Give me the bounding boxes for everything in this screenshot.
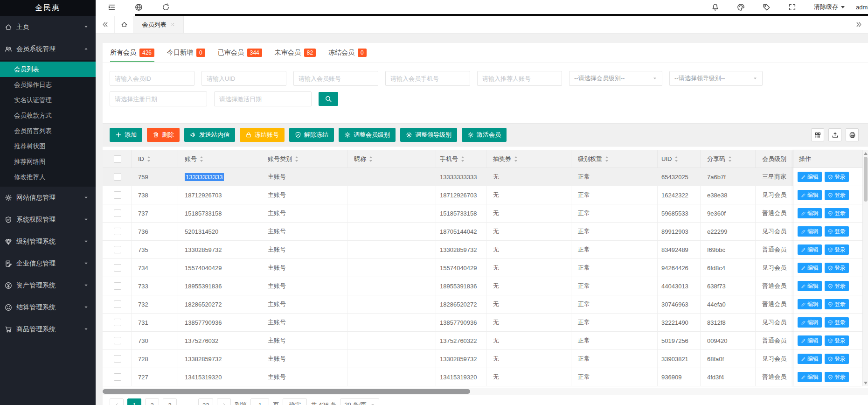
row-checkbox[interactable]: [114, 209, 121, 217]
sidebar-item[interactable]: 主页: [0, 16, 96, 38]
prev-page-button[interactable]: [110, 398, 124, 405]
sidebar-item[interactable]: 资产管理系统: [0, 274, 96, 296]
sidebar-subitem[interactable]: 实名认证管理: [0, 92, 96, 108]
close-icon[interactable]: [170, 22, 175, 27]
member-filter-tab[interactable]: 所有会员 426: [110, 43, 154, 62]
filter-input[interactable]: [477, 71, 562, 86]
login-button[interactable]: 登录: [825, 281, 849, 291]
login-button[interactable]: 登录: [825, 372, 849, 382]
page-button[interactable]: 22: [198, 398, 213, 405]
sidebar-item[interactable]: 级别管理系统: [0, 230, 96, 252]
filter-input[interactable]: [385, 71, 470, 86]
sidebar-item[interactable]: 企业信息管理: [0, 252, 96, 274]
page-button[interactable]: ...: [181, 398, 194, 405]
filter-select[interactable]: --请选择领导级别--: [669, 71, 763, 86]
login-button[interactable]: 登录: [825, 226, 849, 237]
row-checkbox[interactable]: [114, 337, 121, 344]
clear-cache-button[interactable]: 清除缓存: [814, 3, 845, 11]
sidebar-item[interactable]: 网站信息管理: [0, 187, 96, 209]
filter-input[interactable]: [201, 71, 286, 86]
date-filter-input[interactable]: [214, 91, 312, 106]
row-checkbox[interactable]: [114, 264, 121, 272]
sidebar-item[interactable]: 商品管理系统: [0, 318, 96, 340]
sidebar-subitem[interactable]: 会员列表: [0, 62, 96, 77]
collapse-tabs-button[interactable]: [96, 16, 114, 33]
sidebar-subitem[interactable]: 推荐树状图: [0, 139, 96, 154]
sidebar-item[interactable]: 结算管理系统: [0, 296, 96, 318]
sidebar-item[interactable]: 系统权限管理: [0, 209, 96, 230]
select-all-checkbox[interactable]: [114, 155, 121, 163]
login-button[interactable]: 登录: [825, 263, 849, 273]
toolbar-button[interactable]: 解除冻结: [289, 128, 334, 142]
edit-button[interactable]: 编辑: [798, 335, 822, 346]
sort-icon[interactable]: [605, 156, 609, 162]
edit-button[interactable]: 编辑: [798, 208, 822, 218]
login-button[interactable]: 登录: [825, 354, 849, 364]
edit-button[interactable]: 编辑: [798, 226, 822, 237]
filter-select[interactable]: --请选择会员级别--: [569, 71, 662, 86]
sort-icon[interactable]: [147, 156, 151, 162]
next-page-button[interactable]: [217, 398, 231, 405]
sidebar-subitem[interactable]: 修改推荐人: [0, 169, 96, 185]
member-filter-tab[interactable]: 今日新增 0: [167, 43, 205, 62]
tag-icon[interactable]: [763, 3, 771, 11]
login-button[interactable]: 登录: [825, 317, 849, 328]
login-button[interactable]: 登录: [825, 172, 849, 182]
edit-button[interactable]: 编辑: [798, 299, 822, 309]
username[interactable]: admin: [856, 4, 868, 11]
date-filter-input[interactable]: [110, 91, 207, 106]
page-button[interactable]: 2: [145, 398, 159, 405]
sort-icon[interactable]: [200, 156, 203, 162]
table-tool-button[interactable]: [811, 128, 824, 141]
login-button[interactable]: 登录: [825, 190, 849, 200]
per-page-select[interactable]: 20 条/页: [340, 398, 379, 405]
toolbar-button[interactable]: 调整领导级别: [400, 128, 457, 142]
row-checkbox[interactable]: [114, 373, 121, 381]
tab-member-list[interactable]: 会员列表: [134, 16, 184, 33]
sidebar-subitem[interactable]: 会员操作日志: [0, 77, 96, 92]
refresh-icon[interactable]: [162, 3, 170, 11]
home-tab[interactable]: [114, 16, 134, 33]
sidebar-item[interactable]: 会员系统管理: [0, 38, 96, 60]
row-checkbox[interactable]: [114, 300, 121, 308]
sidebar-subitem[interactable]: 推荐网络图: [0, 154, 96, 169]
menu-toggle-icon[interactable]: [108, 3, 116, 11]
toolbar-button[interactable]: 激活会员: [462, 128, 507, 142]
page-button[interactable]: 1: [127, 398, 141, 405]
member-filter-tab[interactable]: 已审会员 344: [218, 43, 262, 62]
sort-icon[interactable]: [514, 156, 518, 162]
login-button[interactable]: 登录: [825, 208, 849, 218]
filter-input[interactable]: [293, 71, 378, 86]
sidebar-subitem[interactable]: 会员留言列表: [0, 123, 96, 139]
row-checkbox[interactable]: [114, 355, 121, 363]
toolbar-button[interactable]: 删除: [147, 128, 180, 142]
table-tool-button[interactable]: [846, 128, 859, 141]
fullscreen-icon[interactable]: [788, 3, 796, 11]
search-button[interactable]: [319, 92, 338, 106]
login-button[interactable]: 登录: [825, 335, 849, 346]
toolbar-button[interactable]: 添加: [110, 128, 142, 142]
row-checkbox[interactable]: [114, 228, 121, 235]
row-checkbox[interactable]: [114, 191, 121, 199]
edit-button[interactable]: 编辑: [798, 281, 822, 291]
toolbar-button[interactable]: 发送站内信: [184, 128, 235, 142]
jump-page-input[interactable]: [250, 398, 269, 405]
scroll-up-arrow[interactable]: [864, 152, 868, 155]
edit-button[interactable]: 编辑: [798, 354, 822, 364]
edit-button[interactable]: 编辑: [798, 244, 822, 255]
edit-button[interactable]: 编辑: [798, 372, 822, 382]
member-filter-tab[interactable]: 冻结会员 0: [328, 43, 367, 62]
row-checkbox[interactable]: [114, 246, 121, 253]
palette-icon[interactable]: [737, 3, 745, 11]
edit-button[interactable]: 编辑: [798, 190, 822, 200]
vertical-scrollbar-thumb[interactable]: [864, 157, 868, 202]
sort-icon[interactable]: [295, 156, 299, 162]
edit-button[interactable]: 编辑: [798, 263, 822, 273]
edit-button[interactable]: 编辑: [798, 172, 822, 182]
expand-tabs-button[interactable]: [849, 16, 868, 33]
login-button[interactable]: 登录: [825, 299, 849, 309]
row-checkbox[interactable]: [114, 282, 121, 290]
bell-icon[interactable]: [711, 3, 719, 11]
filter-input[interactable]: [110, 71, 194, 86]
horizontal-scrollbar-thumb[interactable]: [103, 389, 470, 394]
